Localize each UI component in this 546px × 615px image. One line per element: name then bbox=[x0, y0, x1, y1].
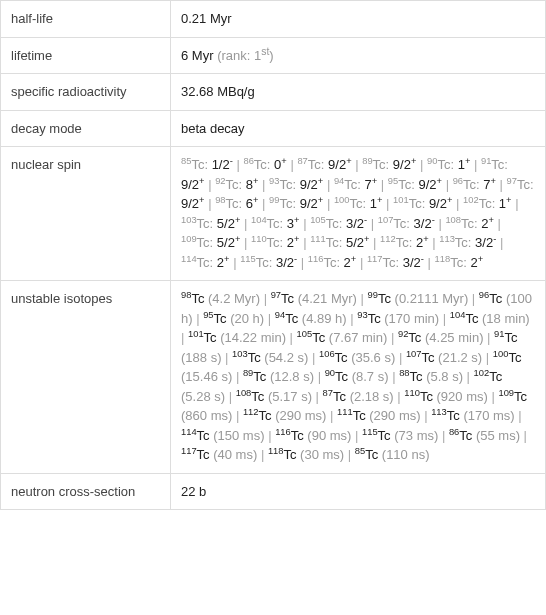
nuclear-spin-item: 100Tc: 1+ bbox=[334, 196, 383, 211]
nuclear-spin-item: 117Tc: 3/2- bbox=[367, 255, 424, 270]
nuclear-spin-item: 95Tc: 9/2+ bbox=[388, 177, 442, 192]
unstable-isotope-item: 85Tc (110 ns) bbox=[355, 447, 430, 462]
nuclear-spin-item: 110Tc: 2+ bbox=[251, 235, 300, 250]
unstable-isotope-item: 104Tc (18 min) bbox=[450, 311, 530, 326]
value-specific-radioactivity: 32.68 MBq/g bbox=[171, 74, 546, 111]
row-lifetime: lifetime 6 Myr (rank: 1st) bbox=[1, 37, 546, 74]
unstable-isotope-item: 98Tc (4.2 Myr) bbox=[181, 291, 260, 306]
value-nuclear-spin: 85Tc: 1/2- | 86Tc: 0+ | 87Tc: 9/2+ | 89T… bbox=[171, 147, 546, 281]
nuclear-spin-item: 94Tc: 7+ bbox=[334, 177, 377, 192]
value-lifetime: 6 Myr (rank: 1st) bbox=[171, 37, 546, 74]
nuclear-spin-item: 93Tc: 9/2+ bbox=[269, 177, 323, 192]
unstable-isotope-item: 113Tc (170 ms) bbox=[431, 408, 515, 423]
value-unstable-isotopes: 98Tc (4.2 Myr) | 97Tc (4.21 Myr) | 99Tc … bbox=[171, 281, 546, 474]
unstable-isotope-item: 90Tc (8.7 s) bbox=[325, 369, 389, 384]
nuclear-spin-item: 99Tc: 9/2+ bbox=[269, 196, 323, 211]
nuclear-spin-item: 111Tc: 5/2+ bbox=[310, 235, 369, 250]
unstable-isotope-item: 116Tc (90 ms) bbox=[275, 428, 351, 443]
unstable-isotope-item: 93Tc (170 min) bbox=[357, 311, 439, 326]
label-decay-mode: decay mode bbox=[1, 110, 171, 147]
label-specific-radioactivity: specific radioactivity bbox=[1, 74, 171, 111]
label-half-life: half-life bbox=[1, 1, 171, 38]
unstable-isotope-item: 108Tc (5.17 s) bbox=[236, 389, 312, 404]
unstable-isotope-item: 99Tc (0.2111 Myr) bbox=[368, 291, 469, 306]
row-neutron-cross-section: neutron cross-section 22 b bbox=[1, 473, 546, 510]
nuclear-spin-item: 118Tc: 2+ bbox=[435, 255, 484, 270]
nuclear-spin-item: 87Tc: 9/2+ bbox=[297, 157, 351, 172]
unstable-isotope-item: 118Tc (30 ms) bbox=[268, 447, 344, 462]
lifetime-value: 6 Myr bbox=[181, 48, 214, 63]
nuclear-spin-item: 92Tc: 8+ bbox=[215, 177, 258, 192]
unstable-isotope-item: 106Tc (35.6 s) bbox=[319, 350, 395, 365]
nuclear-spin-item: 108Tc: 2+ bbox=[445, 216, 494, 231]
nuclear-spin-item: 113Tc: 3/2- bbox=[439, 235, 496, 250]
nuclear-spin-item: 112Tc: 2+ bbox=[380, 235, 429, 250]
unstable-isotope-item: 110Tc (920 ms) bbox=[404, 389, 488, 404]
unstable-isotope-item: 103Tc (54.2 s) bbox=[232, 350, 308, 365]
unstable-isotope-item: 114Tc (150 ms) bbox=[181, 428, 265, 443]
nuclear-spin-item: 116Tc: 2+ bbox=[308, 255, 357, 270]
nuclear-spin-item: 90Tc: 1+ bbox=[427, 157, 470, 172]
value-neutron-cross-section: 22 b bbox=[171, 473, 546, 510]
nuclear-spin-item: 105Tc: 3/2- bbox=[310, 216, 367, 231]
unstable-isotope-item: 95Tc (20 h) bbox=[203, 311, 264, 326]
nuclear-spin-item: 98Tc: 6+ bbox=[215, 196, 258, 211]
nuclear-spin-item: 102Tc: 1+ bbox=[463, 196, 512, 211]
unstable-isotope-item: 101Tc (14.22 min) bbox=[188, 330, 286, 345]
unstable-isotope-item: 107Tc (21.2 s) bbox=[406, 350, 482, 365]
value-half-life: 0.21 Myr bbox=[171, 1, 546, 38]
label-lifetime: lifetime bbox=[1, 37, 171, 74]
row-half-life: half-life 0.21 Myr bbox=[1, 1, 546, 38]
row-nuclear-spin: nuclear spin 85Tc: 1/2- | 86Tc: 0+ | 87T… bbox=[1, 147, 546, 281]
nuclear-spin-item: 101Tc: 9/2+ bbox=[393, 196, 452, 211]
label-nuclear-spin: nuclear spin bbox=[1, 147, 171, 281]
label-neutron-cross-section: neutron cross-section bbox=[1, 473, 171, 510]
lifetime-rank: (rank: 1st) bbox=[217, 48, 274, 63]
label-unstable-isotopes: unstable isotopes bbox=[1, 281, 171, 474]
unstable-isotope-item: 97Tc (4.21 Myr) bbox=[271, 291, 357, 306]
nuclear-spin-item: 109Tc: 5/2+ bbox=[181, 235, 240, 250]
nuclear-spin-item: 115Tc: 3/2- bbox=[240, 255, 297, 270]
unstable-isotope-item: 111Tc (290 ms) bbox=[337, 408, 421, 423]
value-decay-mode: beta decay bbox=[171, 110, 546, 147]
nuclear-spin-item: 114Tc: 2+ bbox=[181, 255, 230, 270]
nuclear-spin-item: 107Tc: 3/2- bbox=[378, 216, 435, 231]
nuclear-spin-item: 85Tc: 1/2- bbox=[181, 157, 233, 172]
unstable-isotope-item: 87Tc (2.18 s) bbox=[323, 389, 394, 404]
nuclear-spin-item: 86Tc: 0+ bbox=[243, 157, 286, 172]
unstable-isotope-item: 92Tc (4.25 min) bbox=[398, 330, 484, 345]
row-specific-radioactivity: specific radioactivity 32.68 MBq/g bbox=[1, 74, 546, 111]
unstable-isotope-item: 89Tc (12.8 s) bbox=[243, 369, 314, 384]
unstable-isotope-item: 115Tc (73 ms) bbox=[362, 428, 438, 443]
unstable-isotope-item: 112Tc (290 ms) bbox=[243, 408, 327, 423]
nuclear-spin-item: 89Tc: 9/2+ bbox=[362, 157, 416, 172]
unstable-isotope-item: 117Tc (40 ms) bbox=[181, 447, 257, 462]
row-unstable-isotopes: unstable isotopes 98Tc (4.2 Myr) | 97Tc … bbox=[1, 281, 546, 474]
unstable-isotope-item: 94Tc (4.89 h) bbox=[275, 311, 347, 326]
unstable-isotope-item: 88Tc (5.8 s) bbox=[399, 369, 463, 384]
unstable-isotope-item: 86Tc (55 ms) bbox=[449, 428, 520, 443]
nuclear-spin-item: 104Tc: 3+ bbox=[251, 216, 300, 231]
nuclear-spin-item: 96Tc: 7+ bbox=[453, 177, 496, 192]
unstable-isotope-item: 105Tc (7.67 min) bbox=[297, 330, 388, 345]
row-decay-mode: decay mode beta decay bbox=[1, 110, 546, 147]
properties-table: half-life 0.21 Myr lifetime 6 Myr (rank:… bbox=[0, 0, 546, 510]
nuclear-spin-item: 103Tc: 5/2+ bbox=[181, 216, 240, 231]
